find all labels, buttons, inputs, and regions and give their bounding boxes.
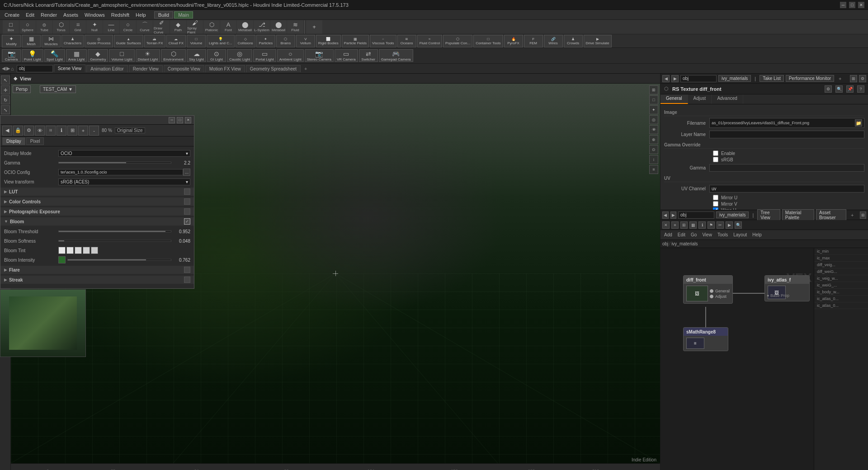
- fp-photo-exposure-section[interactable]: ▶ Photographic Exposure: [0, 207, 194, 216]
- fp-ocio-value[interactable]: ter\aces_1.0.3\config.ocio: [58, 169, 183, 175]
- rp-take-list-btn[interactable]: Take List: [760, 75, 783, 82]
- fp-streak-section[interactable]: ▶ Streak: [0, 276, 194, 284]
- path-input[interactable]: [17, 65, 53, 72]
- nav-back-btn[interactable]: ◀: [2, 66, 5, 71]
- node-smath-range8[interactable]: sMathRange8 ≡: [683, 327, 728, 351]
- draw-curve-tool[interactable]: ✐Draw Curve: [153, 20, 170, 34]
- vellum-btn[interactable]: VVellum: [296, 35, 315, 47]
- ne-search-btn2[interactable]: 🔍: [735, 221, 742, 229]
- collisions-btn[interactable]: ◇Collisions: [236, 35, 255, 47]
- tab-render-view[interactable]: Render View: [129, 65, 163, 72]
- vp-ctrl-6[interactable]: ⊕: [649, 135, 658, 144]
- node-list-item-4[interactable]: diff_weiG...: [814, 268, 868, 275]
- fp-display-tab[interactable]: Display: [2, 137, 25, 145]
- ne-info-btn[interactable]: ℹ: [698, 221, 706, 229]
- mesh-btn[interactable]: ▦Mesh: [22, 35, 41, 47]
- rp-add-tab-btn[interactable]: +: [836, 75, 844, 82]
- node-list-item-8[interactable]: ic_atlas_0...: [814, 296, 868, 302]
- rp-settings-btn[interactable]: ⚙: [859, 75, 866, 82]
- rp-back-btn[interactable]: ◀: [662, 75, 670, 82]
- fp-lut-section[interactable]: ▶ LUT: [0, 188, 194, 196]
- tab-animation-editor[interactable]: Animation Editor: [86, 65, 127, 72]
- ne-tree-view-btn[interactable]: Tree View: [757, 209, 780, 221]
- fp-streak-toggle[interactable]: [184, 277, 190, 283]
- torus-tool[interactable]: ⬡Torus: [53, 20, 69, 34]
- curve-tool[interactable]: ⌒Curve: [137, 20, 153, 34]
- plus-tool[interactable]: +: [306, 20, 322, 34]
- nav-fwd-btn[interactable]: ▶: [6, 66, 10, 71]
- menu-render[interactable]: Render: [38, 11, 60, 19]
- fluid-control-btn[interactable]: ≈Fluid Control: [417, 35, 442, 47]
- fp-photo-toggle[interactable]: [184, 208, 190, 215]
- point-light-btn[interactable]: 💡Point Light: [22, 49, 43, 62]
- ne-add-menu[interactable]: Add: [662, 232, 674, 237]
- ne-deselect-btn[interactable]: ✕: [662, 221, 670, 229]
- switcher-btn[interactable]: ⇄Switcher: [359, 49, 378, 62]
- volume-light-btn[interactable]: □Volume Light: [109, 49, 134, 62]
- portal-light-btn[interactable]: ▭Portal Light: [253, 49, 276, 62]
- fp-gamma-track[interactable]: [58, 162, 171, 164]
- perspective-button[interactable]: Persp: [13, 85, 31, 93]
- tube-tool[interactable]: ⌾Tube: [36, 20, 52, 34]
- ne-flag-btn[interactable]: ⚑: [708, 221, 715, 229]
- volume-btn[interactable]: □Volume: [187, 35, 206, 47]
- node-list-item-3[interactable]: diff_veig...: [814, 262, 868, 268]
- rs-layername-input[interactable]: [712, 132, 862, 137]
- ne-back-btn[interactable]: ◀: [662, 212, 669, 219]
- path-tool[interactable]: ◆Path: [170, 20, 186, 34]
- rp-fwd-btn[interactable]: ▶: [671, 75, 679, 82]
- sidebar-scale-btn[interactable]: ⤡: [1, 105, 10, 114]
- menu-help[interactable]: Help: [133, 11, 149, 19]
- geometry-light-btn[interactable]: ◆Geometry: [88, 49, 108, 62]
- rs-uvchannel-input[interactable]: [712, 186, 862, 191]
- modify-btn[interactable]: ✦Modify: [2, 35, 21, 47]
- rp-perf-monitor-btn[interactable]: Performance Monitor: [786, 75, 834, 82]
- ne-tile-btn[interactable]: ⊞: [680, 221, 688, 229]
- vp-ctrl-7[interactable]: ⊙: [649, 145, 658, 154]
- stereo-camera-btn[interactable]: 📷Stereo Camera: [305, 49, 334, 62]
- rs-help-btn[interactable]: ?: [857, 85, 864, 93]
- tint-swatch-5[interactable]: [91, 247, 98, 254]
- sphere-tool[interactable]: ○Sphere: [19, 20, 36, 34]
- rigid-bodies-btn[interactable]: ⬜Rigid Bodies: [316, 35, 341, 47]
- fp-color-controls-section[interactable]: ▶ Color Controls: [0, 197, 194, 206]
- ne-asset-browser-btn[interactable]: Asset Browser: [816, 209, 846, 221]
- ne-add-tab-btn[interactable]: +: [848, 212, 856, 219]
- image-preview-canvas[interactable]: [0, 290, 85, 357]
- node-diff-front[interactable]: diff_front 🖼 General: [683, 275, 733, 304]
- viscous-btn[interactable]: ~Viscous Tools: [370, 35, 396, 47]
- ne-play-btn[interactable]: ▶: [726, 221, 733, 229]
- vr-camera-btn[interactable]: ▭VR Camera: [335, 49, 358, 62]
- spot-light-btn[interactable]: 🔦Spot Light: [44, 49, 65, 62]
- fp-bloom-threshold-track[interactable]: [58, 230, 171, 232]
- fp-bloom-intensity-track[interactable]: [67, 259, 171, 261]
- build-button[interactable]: Build: [154, 11, 173, 19]
- ne-view-menu[interactable]: View: [700, 232, 714, 237]
- fp-maximize-btn[interactable]: □: [177, 117, 183, 123]
- guide-surfaces-btn[interactable]: ▲Guide Surfaces: [114, 35, 143, 47]
- ne-tools-menu[interactable]: Tools: [716, 232, 730, 237]
- rs-mirrorv-checkbox[interactable]: [713, 201, 718, 207]
- ne-list-btn[interactable]: ≡: [671, 221, 679, 229]
- vp-ctrl-3[interactable]: ✦: [649, 105, 658, 114]
- cloud-fx-btn[interactable]: ☁Cloud FX: [166, 35, 186, 47]
- vp-ctrl-5[interactable]: 👁: [649, 125, 658, 134]
- camera-light-btn[interactable]: 📷Camera: [2, 49, 21, 62]
- container-btn[interactable]: □Container Tools: [473, 35, 503, 47]
- rs-layername-value[interactable]: [709, 131, 864, 138]
- rp-ivy-materials-tab[interactable]: ivy_materials: [718, 75, 751, 82]
- node-list-item-2[interactable]: ic_max: [814, 255, 868, 262]
- caustic-light-btn[interactable]: ◎Caustic Light: [227, 49, 252, 62]
- camera-label[interactable]: TEST_CAM ▼: [40, 85, 76, 93]
- gi-light-btn[interactable]: ⊙GI Light: [207, 49, 226, 62]
- fp-bloom-toggle[interactable]: ✓: [184, 218, 190, 225]
- rs-browse-btn[interactable]: 📁: [855, 119, 862, 127]
- fp-close-btn[interactable]: ✕: [185, 117, 191, 123]
- null-tool[interactable]: ✦Null: [86, 20, 103, 34]
- vp-ctrl-4[interactable]: ◎: [649, 115, 658, 124]
- menu-windows[interactable]: Windows: [82, 11, 108, 19]
- rs-gamma-input[interactable]: [712, 165, 862, 170]
- rs-uvchannel-value[interactable]: [709, 185, 864, 193]
- node-list-item-1[interactable]: ic_min: [814, 248, 868, 255]
- minimize-button[interactable]: ─: [840, 2, 846, 8]
